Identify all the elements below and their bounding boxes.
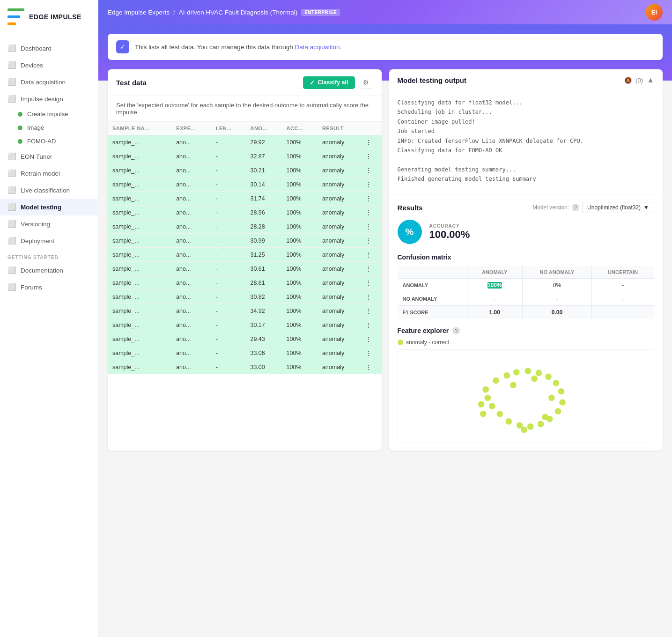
cell-accuracy: 100% <box>282 346 318 360</box>
output-panel-header: Model testing output 🔕 (0) ▲ <box>389 69 663 91</box>
info-banner-text: This lists all test data. You can manage… <box>135 44 341 51</box>
row-menu-button[interactable]: ⋮ <box>361 332 382 346</box>
sidebar-item-impulse-design[interactable]: ⬜ Impulse design <box>0 90 98 107</box>
table-row: sample_... ano... - 28.96 100% anomaly ⋮ <box>108 206 382 220</box>
col-expected: EXPE... <box>171 122 211 135</box>
dot-icon <box>18 112 22 117</box>
log-line: Classifying data for FOMO-AD OK <box>398 146 655 155</box>
row-menu-button[interactable]: ⋮ <box>361 248 382 262</box>
sidebar-item-fomo-ad[interactable]: FOMO-AD <box>0 134 98 148</box>
row-menu-button[interactable]: ⋮ <box>361 192 382 206</box>
row-menu-button[interactable]: ⋮ <box>361 149 382 163</box>
data-acquisition-link[interactable]: Data acquisition <box>295 44 340 51</box>
sidebar-item-label: Retrain model <box>21 170 60 177</box>
live-classification-icon: ⬜ <box>7 186 16 194</box>
scatter-point <box>553 380 559 386</box>
cell-length: - <box>211 220 246 234</box>
cell-sample-name: sample_... <box>108 318 171 332</box>
scatter-point <box>503 372 510 379</box>
sidebar-item-eon-tuner[interactable]: ⬜ EON Tuner <box>0 148 98 165</box>
scatter-point <box>482 386 489 393</box>
sidebar-item-create-impulse[interactable]: Create impulse <box>0 107 98 121</box>
sidebar-item-image[interactable]: Image <box>0 121 98 134</box>
sidebar-item-versioning[interactable]: ⬜ Versioning <box>0 215 98 232</box>
sidebar-item-label: EON Tuner <box>21 153 52 160</box>
sidebar-item-data-acquisition[interactable]: ⬜ Data acquisition <box>0 74 98 90</box>
row-menu-button[interactable]: ⋮ <box>361 178 382 192</box>
cell-expected: ano... <box>171 135 211 149</box>
col-anomaly: ANO... <box>245 122 281 135</box>
row-menu-button[interactable]: ⋮ <box>361 220 382 234</box>
row-menu-button[interactable]: ⋮ <box>361 290 382 304</box>
model-version-select[interactable]: Unoptimized (float32) ▼ <box>582 202 654 213</box>
topbar: Edge Impulse Experts / AI-driven HVAC Fa… <box>98 0 672 24</box>
cell-length: - <box>211 262 246 276</box>
matrix-col-no-anomaly: NO ANOMALY <box>522 266 591 279</box>
sidebar-item-retrain-model[interactable]: ⬜ Retrain model <box>0 165 98 182</box>
table-row: sample_... ano... - 28.61 100% anomaly ⋮ <box>108 276 382 290</box>
sidebar-item-devices[interactable]: ⬜ Devices <box>0 57 98 74</box>
classify-all-button[interactable]: ✓ Classify all <box>303 76 354 89</box>
cell-sample-name: sample_... <box>108 206 171 220</box>
sidebar-item-live-classification[interactable]: ⬜ Live classification <box>0 182 98 199</box>
cell-accuracy: 100% <box>282 192 318 206</box>
cell-accuracy: 100% <box>282 163 318 178</box>
cell-sample-name: sample_... <box>108 304 171 318</box>
test-data-table-wrapper[interactable]: SAMPLE NA... EXPE... LEN... ANO... ACC..… <box>108 122 382 374</box>
brand-name: EDGE IMPULSE <box>29 13 81 21</box>
sidebar-item-label: Image <box>27 124 44 131</box>
accuracy-circle: % <box>398 220 422 244</box>
sidebar-item-model-testing[interactable]: ⬜ Model testing <box>0 199 98 215</box>
row-menu-button[interactable]: ⋮ <box>361 276 382 290</box>
table-row: sample_... ano... - 28.28 100% anomaly ⋮ <box>108 220 382 234</box>
logo-area: EDGE IMPULSE <box>0 0 98 34</box>
scatter-point <box>542 414 548 421</box>
row-menu-button[interactable]: ⋮ <box>361 360 382 374</box>
row-menu-button[interactable]: ⋮ <box>361 304 382 318</box>
cell-length: - <box>211 290 246 304</box>
settings-button[interactable]: ⚙ <box>359 76 373 89</box>
matrix-cell-anomaly-anomaly: 100% <box>467 279 522 292</box>
sidebar-item-forums[interactable]: ⬜ Forums <box>0 279 98 296</box>
legend-dot-icon <box>398 340 403 345</box>
output-controls: 🔕 (0) ▲ <box>624 76 654 84</box>
sidebar-item-dashboard[interactable]: ⬜ Dashboard <box>0 40 98 57</box>
accuracy-label: ACCURACY <box>429 223 470 229</box>
cell-length: - <box>211 304 246 318</box>
scatter-point <box>505 418 512 425</box>
sidebar-item-deployment[interactable]: ⬜ Deployment <box>0 232 98 249</box>
row-menu-button[interactable]: ⋮ <box>361 206 382 220</box>
collapse-button[interactable]: ▲ <box>647 76 654 84</box>
cell-expected: ano... <box>171 276 211 290</box>
help-icon-model: ? <box>572 204 579 211</box>
cell-sample-name: sample_... <box>108 290 171 304</box>
row-menu-button[interactable]: ⋮ <box>361 163 382 178</box>
matrix-col-uncertain: UNCERTAIN <box>592 266 654 279</box>
matrix-cell-f1-uncertain <box>592 306 654 319</box>
scatter-point <box>493 378 499 384</box>
cell-expected: ano... <box>171 149 211 163</box>
row-menu-button[interactable]: ⋮ <box>361 234 382 248</box>
col-sample-name: SAMPLE NA... <box>108 122 171 135</box>
legend-item-anomaly: anomaly - correct <box>398 339 655 346</box>
cell-length: - <box>211 206 246 220</box>
row-menu-button[interactable]: ⋮ <box>361 135 382 149</box>
user-avatar[interactable]: EI <box>646 4 663 21</box>
feature-explorer-help-icon[interactable]: ? <box>452 327 460 334</box>
main-area: Edge Impulse Experts / AI-driven HVAC Fa… <box>98 0 672 637</box>
row-menu-button[interactable]: ⋮ <box>361 346 382 360</box>
results-section: Results Model version: ? Unoptimized (fl… <box>389 194 663 451</box>
scatter-point <box>484 395 491 401</box>
dot-icon <box>18 139 22 144</box>
row-menu-button[interactable]: ⋮ <box>361 262 382 276</box>
cell-sample-name: sample_... <box>108 149 171 163</box>
cell-expected: ano... <box>171 192 211 206</box>
cell-anomaly: 31.74 <box>245 192 281 206</box>
cell-accuracy: 100% <box>282 318 318 332</box>
output-log[interactable]: Classifying data for float32 model...Sch… <box>389 91 663 194</box>
row-menu-button[interactable]: ⋮ <box>361 318 382 332</box>
cell-length: - <box>211 163 246 178</box>
cell-sample-name: sample_... <box>108 346 171 360</box>
sidebar-item-documentation[interactable]: ⬜ Documentation <box>0 262 98 279</box>
feature-explorer-header: Feature explorer ? <box>398 327 655 334</box>
